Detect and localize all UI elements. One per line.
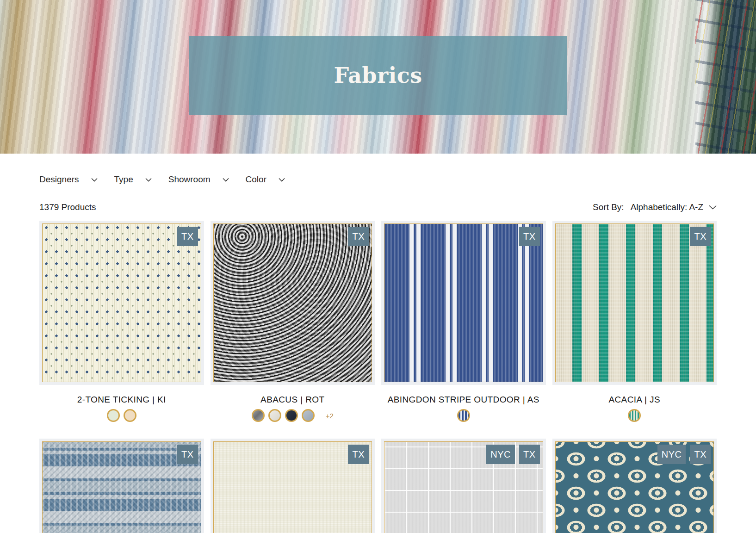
chevron-down-icon xyxy=(145,178,152,182)
showroom-badge-tx: TX xyxy=(519,227,540,246)
filter-color[interactable]: Color xyxy=(246,174,285,185)
badge-group: NYC TX xyxy=(657,445,711,464)
showroom-badge-tx: TX xyxy=(690,445,711,464)
showroom-badge-tx: TX xyxy=(177,445,198,464)
badge-group: TX xyxy=(348,227,369,246)
chevron-down-icon xyxy=(91,178,98,182)
page-title: Fabrics xyxy=(334,63,422,88)
showroom-badge-tx: TX xyxy=(348,227,369,246)
product-image-frame[interactable]: TX xyxy=(39,439,204,533)
chevron-down-icon xyxy=(223,178,229,182)
showroom-badge-tx: TX xyxy=(519,445,540,464)
sort-by-label: Sort By: xyxy=(593,202,624,212)
filter-bar: Designers Type Showroom Color xyxy=(39,174,717,185)
color-swatch[interactable] xyxy=(628,409,641,422)
swatch-row: +2 xyxy=(211,409,375,422)
hero-banner: Fabrics xyxy=(0,0,756,154)
fabric-swatch-image[interactable] xyxy=(555,223,714,382)
product-card-row2-2: TX xyxy=(211,439,375,533)
product-image-frame[interactable]: NYC TX xyxy=(552,439,717,533)
badge-group: TX xyxy=(177,445,198,464)
filter-showroom[interactable]: Showroom xyxy=(168,174,229,185)
badge-group: TX xyxy=(177,227,198,246)
color-swatch[interactable] xyxy=(285,409,298,422)
sort-value: Alphabetically: A-Z xyxy=(631,202,703,212)
filter-label: Color xyxy=(246,174,266,185)
product-name[interactable]: ABACUS | ROT xyxy=(211,395,375,405)
product-card-2-tone-ticking: TX 2-TONE TICKING | KI xyxy=(39,221,204,422)
showroom-badge-nyc: NYC xyxy=(486,445,515,464)
product-image-frame[interactable]: TX xyxy=(39,221,204,385)
product-name[interactable]: ACACIA | JS xyxy=(552,395,717,405)
fabric-swatch-image[interactable] xyxy=(384,223,543,382)
product-image-frame[interactable]: TX xyxy=(381,221,546,385)
main-content: Designers Type Showroom Color 1379 Produ… xyxy=(0,174,756,533)
product-image-frame[interactable]: NYC TX xyxy=(381,439,546,533)
product-name[interactable]: 2-TONE TICKING | KI xyxy=(39,395,204,405)
color-swatch[interactable] xyxy=(124,409,136,422)
chevron-down-icon xyxy=(709,205,717,210)
product-card-acacia: TX ACACIA | JS xyxy=(552,221,717,422)
filter-designers[interactable]: Designers xyxy=(39,174,98,185)
badge-group: TX xyxy=(348,445,369,464)
product-card-abacus: TX ABACUS | ROT +2 xyxy=(211,221,375,422)
color-swatch[interactable] xyxy=(252,409,265,422)
product-card-row2-4: NYC TX xyxy=(552,439,717,533)
filter-type[interactable]: Type xyxy=(114,174,152,185)
color-swatch[interactable] xyxy=(107,409,120,422)
badge-group: TX xyxy=(690,227,711,246)
sort-dropdown[interactable]: Alphabetically: A-Z xyxy=(631,202,717,212)
badge-group: TX xyxy=(519,227,540,246)
filter-label: Showroom xyxy=(168,174,211,185)
more-colors-link[interactable]: +2 xyxy=(326,412,334,420)
results-toolbar: 1379 Products Sort By: Alphabetically: A… xyxy=(39,202,717,212)
fabric-swatch-image[interactable] xyxy=(42,223,201,382)
filter-label: Type xyxy=(114,174,133,185)
showroom-badge-nyc: NYC xyxy=(657,445,686,464)
chevron-down-icon xyxy=(279,178,285,182)
product-card-row2-3: NYC TX xyxy=(381,439,546,533)
fabric-swatch-image[interactable] xyxy=(213,223,372,382)
product-name[interactable]: ABINGDON STRIPE OUTDOOR | AS xyxy=(381,395,546,405)
product-card-abingdon-stripe: TX ABINGDON STRIPE OUTDOOR | AS xyxy=(381,221,546,422)
swatch-row xyxy=(39,409,204,422)
color-swatch[interactable] xyxy=(457,409,470,422)
product-image-frame[interactable]: TX xyxy=(211,439,375,533)
product-card-row2-1: TX xyxy=(39,439,204,533)
showroom-badge-tx: TX xyxy=(348,445,369,464)
product-count: 1379 Products xyxy=(39,202,96,212)
sort-control: Sort By: Alphabetically: A-Z xyxy=(593,202,717,212)
color-swatch[interactable] xyxy=(302,409,315,422)
product-grid: TX 2-TONE TICKING | KI TX ABACUS | ROT xyxy=(39,221,717,533)
showroom-badge-tx: TX xyxy=(690,227,711,246)
product-image-frame[interactable]: TX xyxy=(552,221,717,385)
showroom-badge-tx: TX xyxy=(177,227,198,246)
swatch-row xyxy=(381,409,546,422)
filter-label: Designers xyxy=(39,174,79,185)
product-image-frame[interactable]: TX xyxy=(211,221,375,385)
hero-title-panel: Fabrics xyxy=(189,36,567,115)
swatch-row xyxy=(552,409,717,422)
color-swatch[interactable] xyxy=(268,409,281,422)
badge-group: NYC TX xyxy=(486,445,539,464)
